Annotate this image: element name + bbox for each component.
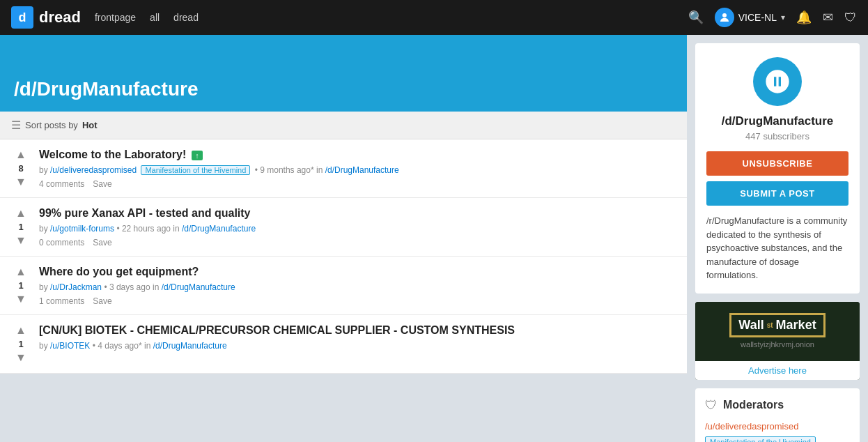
user-menu[interactable]: VICE-NL ▾ — [715, 8, 785, 27]
post-author[interactable]: /u/BIOTEK — [50, 341, 90, 351]
post-actions: 0 comments Save — [39, 238, 676, 247]
moderator-name-1[interactable]: /u/deliveredaspromised — [705, 421, 850, 432]
post-subreddit[interactable]: /d/DrugManufacture — [182, 224, 256, 234]
post-author[interactable]: /u/DrJackman — [50, 282, 102, 292]
ad-title: Wall st Market — [738, 318, 816, 333]
subreddit-icon — [753, 57, 802, 106]
table-row: ▲ 1 ▼ Where do you get equipment? by /u/… — [0, 257, 687, 315]
logo-text: dread — [39, 8, 81, 26]
vote-count: 1 — [18, 280, 23, 291]
post-badge: ↑ — [192, 151, 203, 160]
post-title[interactable]: Welcome to the Laboratory! — [39, 148, 186, 160]
logo-icon: d — [11, 6, 33, 29]
mail-icon[interactable]: ✉ — [823, 10, 833, 25]
content-area: /d/DrugManufacture ☰ Sort posts by Hot ▲… — [0, 35, 687, 442]
post-subreddit[interactable]: /d/DrugManufacture — [153, 341, 227, 351]
table-row: ▲ 8 ▼ Welcome to the Laboratory! ↑ by /u… — [0, 139, 687, 198]
comments-link[interactable]: 0 comments — [39, 238, 84, 247]
vote-count: 8 — [18, 163, 23, 174]
advertise-here-link[interactable]: Advertise here — [695, 361, 860, 380]
upvote-button[interactable]: ▲ — [14, 148, 28, 162]
sort-text: Sort posts by — [25, 120, 78, 130]
vote-column: ▲ 1 ▼ — [11, 323, 31, 365]
main-layout: /d/DrugManufacture ☰ Sort posts by Hot ▲… — [0, 35, 868, 442]
post-meta: by /u/gotmilk-forums • 22 hours ago in /… — [39, 224, 676, 234]
upvote-button[interactable]: ▲ — [14, 206, 28, 220]
vote-column: ▲ 1 ▼ — [11, 206, 31, 247]
unsubscribe-button[interactable]: UNSUBSCRIBE — [706, 151, 848, 176]
shield-nav-icon[interactable]: 🛡 — [844, 10, 857, 25]
nav-all[interactable]: all — [150, 12, 160, 23]
sidebar-subscribers: 447 subscribers — [706, 131, 848, 142]
post-content: 99% pure Xanax API - tested and quality … — [39, 206, 676, 247]
post-meta: by /u/DrJackman • 3 days ago in /d/DrugM… — [39, 282, 676, 292]
page-title: /d/DrugManufacture — [14, 78, 198, 100]
vote-column: ▲ 1 ▼ — [11, 265, 31, 306]
table-row: ▲ 1 ▼ 99% pure Xanax API - tested and qu… — [0, 198, 687, 257]
nav-dread[interactable]: dread — [173, 12, 199, 23]
upvote-button[interactable]: ▲ — [14, 265, 28, 279]
search-icon[interactable]: 🔍 — [688, 10, 704, 25]
subreddit-header: /d/DrugManufacture — [0, 35, 687, 112]
vote-count: 1 — [18, 339, 23, 349]
post-author[interactable]: /u/gotmilk-forums — [50, 224, 114, 234]
post-content: Where do you get equipment? by /u/DrJack… — [39, 265, 676, 306]
post-actions: 1 comments Save — [39, 296, 676, 306]
submit-post-button[interactable]: SUBMIT A POST — [706, 181, 848, 206]
shield-icon: 🛡 — [705, 398, 718, 413]
avatar — [715, 8, 734, 27]
mod-flair-badge: Manifestation of the Hivemind — [705, 436, 816, 443]
post-time: 22 hours ago — [122, 224, 171, 234]
post-content: Welcome to the Laboratory! ↑ by /u/deliv… — [39, 148, 676, 189]
ad-title-market: Market — [776, 318, 816, 333]
ad-title-box: Wall st Market — [729, 313, 825, 337]
sort-bar: ☰ Sort posts by Hot — [0, 112, 687, 139]
post-content: [CN/UK] BIOTEK - CHEMICAL/PRECURSOR CHEM… — [39, 323, 676, 351]
post-time: 4 days ago* — [98, 341, 141, 351]
posts-list: ▲ 8 ▼ Welcome to the Laboratory! ↑ by /u… — [0, 139, 687, 374]
moderators-card: 🛡 Moderators /u/deliveredaspromised Mani… — [695, 388, 860, 443]
sidebar: /d/DrugManufacture 447 subscribers UNSUB… — [687, 35, 868, 442]
navbar-right: 🔍 VICE-NL ▾ 🔔 ✉ 🛡 — [688, 8, 857, 27]
post-meta: by /u/BIOTEK • 4 days ago* in /d/DrugMan… — [39, 341, 676, 351]
post-title[interactable]: 99% pure Xanax API - tested and quality — [39, 207, 251, 219]
downvote-button[interactable]: ▼ — [14, 351, 28, 365]
subreddit-description: /r/DrugManufacture is a community dedica… — [706, 214, 848, 282]
username: VICE-NL — [738, 12, 777, 23]
save-link[interactable]: Save — [93, 296, 111, 306]
svg-point-0 — [722, 13, 727, 17]
post-meta: by /u/deliveredaspromised Manifestation … — [39, 165, 676, 175]
logo[interactable]: d dread — [11, 6, 81, 29]
moderators-title: Moderators — [723, 399, 784, 411]
post-time: 3 days ago — [109, 282, 150, 292]
post-title[interactable]: Where do you get equipment? — [39, 266, 199, 277]
sort-hot-button[interactable]: Hot — [82, 120, 98, 130]
save-link[interactable]: Save — [93, 179, 111, 189]
mod-header: 🛡 Moderators — [705, 398, 850, 413]
ad-title-st: st — [767, 321, 773, 329]
nav-frontpage[interactable]: frontpage — [95, 12, 136, 23]
notifications-icon[interactable]: 🔔 — [796, 10, 812, 25]
table-row: ▲ 1 ▼ [CN/UK] BIOTEK - CHEMICAL/PRECURSO… — [0, 315, 687, 374]
post-actions: 4 comments Save — [39, 179, 676, 189]
flair-badge: Manifestation of the Hivemind — [141, 165, 250, 175]
sidebar-sub-name: /d/DrugManufacture — [706, 114, 848, 128]
upvote-button[interactable]: ▲ — [14, 323, 28, 337]
downvote-button[interactable]: ▼ — [14, 292, 28, 306]
post-subreddit[interactable]: /d/DrugManufacture — [325, 165, 399, 175]
post-time: 9 months ago* — [260, 165, 313, 175]
chevron-down-icon: ▾ — [781, 13, 785, 22]
vote-count: 1 — [18, 222, 23, 232]
downvote-button[interactable]: ▼ — [14, 175, 28, 189]
sort-icon: ☰ — [11, 119, 21, 132]
post-author[interactable]: /u/deliveredaspromised — [50, 165, 137, 175]
vote-column: ▲ 8 ▼ — [11, 148, 31, 189]
navbar: d dread frontpage all dread 🔍 VICE-NL ▾ … — [0, 0, 868, 35]
save-link[interactable]: Save — [93, 238, 111, 247]
post-title[interactable]: [CN/UK] BIOTEK - CHEMICAL/PRECURSOR CHEM… — [39, 324, 515, 336]
post-subreddit[interactable]: /d/DrugManufacture — [162, 282, 235, 292]
downvote-button[interactable]: ▼ — [14, 234, 28, 247]
comments-link[interactable]: 1 comments — [39, 296, 84, 306]
comments-link[interactable]: 4 comments — [39, 179, 84, 189]
ad-url: wallstyizjhkrvmj.onion — [704, 340, 851, 356]
